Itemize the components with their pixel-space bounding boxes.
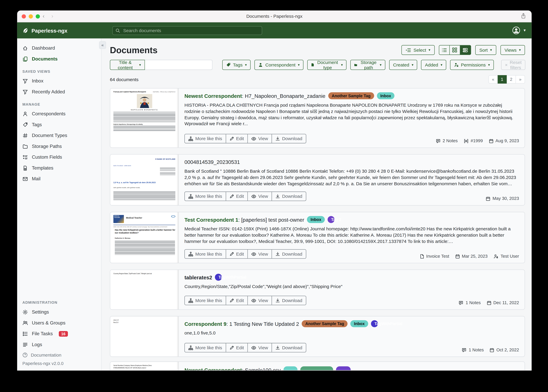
storage-path-filter-button[interactable]: Storage path▾	[350, 60, 385, 70]
document-type-filter-button[interactable]: Document type▾	[307, 60, 347, 70]
added-filter-button[interactable]: Added▾	[421, 60, 446, 70]
download-button[interactable]: Download	[272, 343, 306, 352]
download-button[interactable]: Download	[272, 250, 306, 259]
download-button[interactable]: Download	[272, 134, 306, 143]
edit-button[interactable]: Edit	[226, 296, 248, 305]
correspondent-link[interactable]: Correspondent 9	[184, 321, 226, 327]
edit-button[interactable]: Edit	[226, 134, 248, 143]
download-button[interactable]: Download	[272, 296, 306, 305]
edit-button[interactable]: Edit	[226, 192, 248, 201]
created-filter-button[interactable]: Created▾	[389, 60, 417, 70]
title-content-filter-input[interactable]	[145, 60, 212, 70]
sidebar-item-correspondents[interactable]: Correspondents	[17, 108, 101, 119]
tag-badge[interactable]: Tag 2	[328, 216, 335, 223]
document-thumbnail[interactable]: Serial Number,Company Name,Employee Mark…	[110, 362, 179, 370]
app-header: Paperless-ngx ▼	[17, 22, 532, 39]
person-icon	[258, 63, 263, 67]
documentation-link[interactable]: Documentation	[17, 350, 101, 360]
notes-count[interactable]: 1 Notes	[459, 300, 481, 305]
more-like-this-button[interactable]: More like this	[185, 296, 226, 305]
document-title[interactable]: Test Correspondent 1: [paperless] test p…	[184, 217, 304, 223]
sidebar-item-users-groups[interactable]: Users & Groups	[17, 317, 101, 328]
tag-badge[interactable]	[300, 366, 333, 370]
correspondent-link[interactable]: Test Correspondent 1	[184, 217, 238, 223]
view-mode-list-button[interactable]	[439, 45, 450, 55]
pagination-page-1[interactable]: 1	[498, 75, 507, 84]
tag-badge[interactable]	[284, 366, 298, 370]
edit-button[interactable]: Edit	[226, 343, 248, 352]
select-button[interactable]: Select▾	[402, 45, 434, 55]
notes-count[interactable]: 2 Notes	[436, 139, 458, 143]
tags-filter-button[interactable]: Tags▾	[222, 60, 251, 70]
document-title[interactable]: Correspondent 9: 1 Testing New Title Upd…	[184, 321, 299, 327]
reset-filters-button[interactable]: ×Reset filters	[501, 60, 526, 70]
app-brand[interactable]: Paperless-ngx	[22, 28, 67, 34]
view-mode-detail-button[interactable]	[460, 45, 470, 55]
view-button[interactable]: View	[248, 296, 272, 305]
document-title[interactable]: 0004814539_20230531	[184, 159, 240, 165]
more-like-this-button[interactable]: More like this	[185, 343, 226, 352]
tag-badge[interactable]: Inbox	[377, 92, 395, 99]
edit-button[interactable]: Edit	[226, 250, 248, 259]
notes-count[interactable]: 1 Notes	[462, 348, 484, 352]
tag-badge[interactable]: TagWithPartial	[371, 320, 378, 327]
sort-button[interactable]: Sort▾	[475, 45, 496, 55]
document-thumbnail[interactable]: ❋ BANK OF SCOTLAND Bank of Scotland - 10…	[110, 154, 179, 205]
correspondent-link[interactable]: Newest Correspondent	[184, 367, 242, 370]
document-thumbnail[interactable]: one,1.0 five,5.0	[110, 316, 179, 357]
view-button[interactable]: View	[248, 343, 272, 352]
view-button[interactable]: View	[248, 250, 272, 259]
tag-badge[interactable]: Another Sample Tag	[302, 320, 348, 327]
sidebar-item-custom-fields[interactable]: Custom Fields	[17, 152, 101, 163]
tag-badge[interactable]: TagWithPartial	[215, 274, 222, 281]
view-button[interactable]: View	[248, 134, 272, 143]
document-excerpt: HISTORIA - PRACA DLA CH☒TNYCH Francja po…	[184, 102, 519, 127]
card-actions: More like this Edit View Download	[184, 191, 306, 201]
sidebar-item-storage-paths[interactable]: Storage Paths	[17, 141, 101, 152]
document-title[interactable]: tablerates2	[184, 274, 212, 280]
pencil-icon	[230, 194, 234, 199]
sidebar-item-mail[interactable]: Mail	[17, 174, 101, 184]
sidebar-item-tags[interactable]: Tags	[17, 119, 101, 130]
sidebar-item-dashboard[interactable]: Dashboard	[17, 42, 101, 54]
sidebar-item-documents[interactable]: Documents	[17, 54, 101, 64]
view-button[interactable]: View	[248, 192, 272, 201]
sidebar-collapse-button[interactable]: «	[99, 41, 106, 49]
view-mode-grid-button[interactable]	[450, 45, 460, 55]
sidebar-item-settings[interactable]: Settings	[17, 307, 101, 317]
more-like-this-button[interactable]: More like this	[185, 250, 226, 259]
thumbnail-preview: MEDICAL TEACHER Medical Teacher ISSN: 01…	[110, 212, 178, 263]
document-thumbnail[interactable]: Country,Region/State,"Zip/Postal Code","…	[110, 270, 179, 309]
document-title[interactable]: Newest Correspondent: H7_Napoleon_Bonapa…	[184, 93, 325, 99]
permissions-filter-button[interactable]: Permissions▾	[450, 60, 494, 70]
sidebar-item-templates[interactable]: Templates	[17, 162, 101, 174]
tag-badge[interactable]: Another Sample Tag	[328, 92, 374, 99]
views-button[interactable]: Views▾	[500, 45, 525, 55]
correspondent-filter-button[interactable]: Correspondent▾	[255, 60, 304, 70]
sidebar-item-recently-added[interactable]: Recently Added	[17, 86, 101, 97]
search-field-selector-button[interactable]: Title & content▾	[110, 60, 145, 70]
document-title[interactable]: Newest Correspondent: Sample100.csv	[184, 367, 281, 370]
user-menu[interactable]: ▼	[512, 26, 526, 35]
more-like-this-button[interactable]: More like this	[185, 192, 226, 201]
tag-badge[interactable]: Inbox	[307, 216, 325, 223]
pagination-page-2[interactable]: 2	[507, 75, 516, 84]
tag-badge[interactable]	[336, 366, 351, 370]
sidebar-item-logs[interactable]: Logs	[17, 339, 101, 350]
pagination-next[interactable]: »	[516, 75, 525, 84]
sidebar-item-document-types[interactable]: Document Types	[17, 130, 101, 141]
global-search[interactable]	[112, 26, 262, 35]
pagination-prev[interactable]: «	[489, 75, 498, 84]
document-thumbnail[interactable]: MEDICAL TEACHER Medical Teacher ISSN: 01…	[110, 212, 179, 263]
detail-view-icon	[463, 48, 468, 52]
download-button[interactable]: Download	[272, 192, 306, 201]
document-card: MEDICAL TEACHER Medical Teacher ISSN: 01…	[110, 212, 525, 263]
share-icon[interactable]	[521, 13, 526, 20]
document-thumbnail[interactable]: Francja pod rządami Napoleona Bonaparte …	[110, 88, 179, 147]
correspondent-link[interactable]: Newest Correspondent	[184, 93, 242, 99]
sidebar-item-file-tasks[interactable]: File Tasks 16	[17, 328, 101, 339]
tag-badge[interactable]: Inbox	[350, 320, 368, 327]
search-input[interactable]	[123, 28, 259, 34]
more-like-this-button[interactable]: More like this	[185, 134, 226, 143]
sidebar-item-inbox[interactable]: Inbox	[17, 76, 101, 86]
